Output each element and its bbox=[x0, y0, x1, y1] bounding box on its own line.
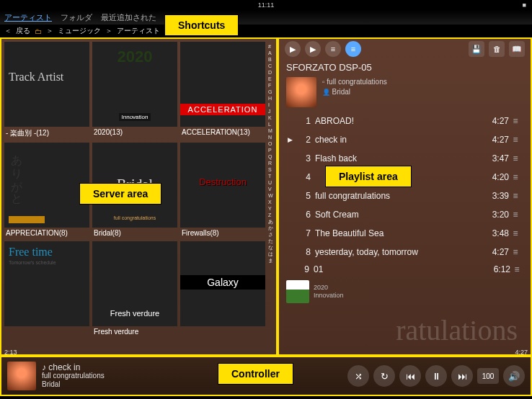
drag-handle-icon[interactable]: ≡ bbox=[509, 116, 522, 126]
album-label bbox=[180, 326, 265, 329]
now-playing-album: full congratrulations bbox=[42, 372, 105, 380]
album-item[interactable]: Free timeTomorrow's schedule bbox=[4, 241, 89, 337]
track-row[interactable]: 6Soft Cream3:20≡ bbox=[286, 205, 523, 224]
next-album-thumb bbox=[286, 280, 309, 303]
album-item[interactable]: DestructionFirewalls(8) bbox=[180, 143, 265, 238]
album-art: ありがと bbox=[4, 143, 89, 228]
drag-handle-icon[interactable]: ≡ bbox=[509, 135, 522, 145]
next-album-row[interactable]: 9 01 6:12 ≡ bbox=[279, 261, 531, 277]
album-art: Track Artist bbox=[4, 42, 89, 127]
drag-handle-icon[interactable]: ≡ bbox=[509, 228, 522, 238]
breadcrumb: ＜ 戻る 🗀 ＞ ミュージック ＞ アーティスト bbox=[0, 24, 532, 37]
track-row[interactable]: 5full congratrulations3:39≡ bbox=[286, 187, 523, 205]
annotation-server: Server area bbox=[79, 183, 161, 205]
now-album-artist: Bridal bbox=[322, 87, 387, 97]
play-next-button[interactable]: ▶ bbox=[305, 41, 321, 57]
tab-folder[interactable]: フォルダ bbox=[61, 12, 92, 23]
next-album-meta: 2020 Innovation bbox=[279, 277, 531, 306]
back-icon[interactable]: ＜ bbox=[4, 26, 12, 36]
list-icon[interactable]: ≡ bbox=[325, 41, 341, 57]
bottom-bar: ▮ HFAS-XS20 [fidata] ∧ FLAC 96.0KHz 24Bi… bbox=[0, 396, 532, 399]
now-album-title: full congratulations bbox=[322, 77, 387, 87]
play-later-button[interactable]: ▶ bbox=[285, 41, 301, 57]
remain-time: 4:27 bbox=[515, 349, 528, 356]
album-label: Firewalls(8) bbox=[180, 228, 265, 238]
album-label: APPRECIATION(8) bbox=[4, 228, 89, 238]
annotation-controller: Controller bbox=[218, 363, 293, 385]
drag-handle-icon[interactable]: ≡ bbox=[509, 172, 522, 182]
album-art: Free timeTomorrow's schedule bbox=[4, 241, 89, 326]
album-art: ACCELERATION bbox=[180, 42, 265, 127]
speaker-icon[interactable]: 🔊 bbox=[503, 365, 525, 387]
controller-bar: 2:13 4:27 check in full congratrulations… bbox=[0, 356, 532, 396]
now-playing-thumb[interactable] bbox=[7, 362, 36, 390]
album-label: 2020(13) bbox=[92, 127, 177, 138]
now-playing-artist: Bridal bbox=[42, 380, 105, 389]
album-art-thumb bbox=[286, 77, 316, 107]
track-row[interactable]: ▶2check in4:27≡ bbox=[286, 130, 523, 149]
now-playing-album[interactable]: full congratulations Bridal bbox=[279, 74, 531, 112]
repeat-button[interactable]: ↻ bbox=[373, 365, 395, 387]
album-item[interactable]: 2020Innovation2020(13) bbox=[92, 42, 177, 140]
renderer-name: SFORZATO DSP-05 bbox=[279, 59, 531, 74]
drag-handle-icon[interactable]: ≡ bbox=[509, 247, 522, 257]
tab-recent[interactable]: 最近追加された bbox=[101, 12, 156, 23]
album-label: Fresh verdure bbox=[92, 326, 177, 337]
annotation-playlist: Playlist area bbox=[325, 166, 412, 187]
album-label bbox=[4, 326, 89, 329]
top-tab-bar: アーティスト フォルダ 最近追加された bbox=[0, 10, 532, 24]
album-item[interactable]: Galaxy bbox=[180, 241, 265, 337]
prev-button[interactable]: ⏮ bbox=[399, 365, 421, 387]
crumb-music[interactable]: ミュージック bbox=[58, 26, 101, 36]
album-art: Fresh verdure bbox=[92, 241, 177, 326]
play-indicator-icon: ▶ bbox=[288, 136, 299, 143]
album-art: 2020Innovation bbox=[92, 42, 177, 127]
album-label: ACCELERATION(13) bbox=[180, 127, 265, 138]
server-area: Track Artist- 楽曲別 -(12)2020Innovation202… bbox=[0, 37, 278, 356]
drag-handle-icon[interactable]: ≡ bbox=[509, 153, 522, 163]
tab-artist[interactable]: アーティスト bbox=[4, 12, 52, 23]
status-bar: 11:11 ■ bbox=[0, 0, 532, 10]
pause-button[interactable]: ⏸ bbox=[425, 365, 447, 387]
background-text: ratulations bbox=[396, 313, 518, 347]
crumb-artist[interactable]: アーティスト bbox=[117, 26, 160, 36]
battery-icon: ■ bbox=[523, 1, 526, 9]
shuffle-button[interactable]: ⤮ bbox=[347, 365, 369, 387]
folder-icon: 🗀 bbox=[35, 27, 42, 35]
status-time: 11:11 bbox=[258, 1, 275, 9]
album-art: Galaxy bbox=[180, 241, 265, 326]
album-art: Destruction bbox=[180, 143, 265, 228]
save-button[interactable]: 💾 bbox=[469, 41, 484, 57]
album-item[interactable]: Fresh verdureFresh verdure bbox=[92, 241, 177, 337]
drag-handle-icon[interactable]: ≡ bbox=[509, 210, 522, 220]
track-row[interactable]: 7The Beautiful Sea3:48≡ bbox=[286, 224, 523, 243]
track-row[interactable]: 1ABROAD!4:27≡ bbox=[286, 112, 523, 130]
album-item[interactable]: ACCELERATIONACCELERATION(13) bbox=[180, 42, 265, 140]
back-button[interactable]: 戻る bbox=[16, 26, 30, 36]
playlist-toolbar: ▶ ▶ ≡ ≡ 💾 🗑 📖 bbox=[279, 39, 531, 59]
album-label: - 楽曲別 -(12) bbox=[4, 127, 89, 140]
annotation-shortcuts: Shortcuts bbox=[164, 14, 239, 36]
book-icon[interactable]: 📖 bbox=[509, 41, 525, 57]
elapsed-time: 2:13 bbox=[4, 349, 17, 356]
album-item[interactable]: Track Artist- 楽曲別 -(12) bbox=[4, 42, 89, 140]
queue-icon[interactable]: ≡ bbox=[345, 41, 361, 57]
album-item[interactable]: ありがとAPPRECIATION(8) bbox=[4, 143, 89, 238]
volume-display[interactable]: 100 bbox=[477, 368, 499, 384]
playlist-area: ▶ ▶ ≡ ≡ 💾 🗑 📖 SFORZATO DSP-05 full congr… bbox=[278, 37, 532, 356]
album-label: Bridal(8) bbox=[92, 228, 177, 238]
now-playing-title: check in bbox=[42, 363, 105, 372]
drag-handle-icon[interactable]: ≡ bbox=[509, 191, 522, 201]
drag-handle-icon[interactable]: ≡ bbox=[510, 264, 523, 274]
track-row[interactable]: 8yesterday, today, tomorrow4:27≡ bbox=[286, 243, 523, 261]
alpha-index[interactable]: #ABCDEFGHIJKLMNOPQRSTUVWXYZあかさたなはま bbox=[268, 43, 273, 264]
delete-button[interactable]: 🗑 bbox=[489, 41, 505, 57]
next-button[interactable]: ⏭ bbox=[451, 365, 473, 387]
